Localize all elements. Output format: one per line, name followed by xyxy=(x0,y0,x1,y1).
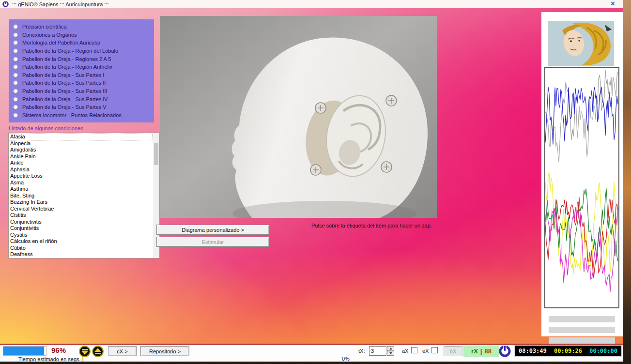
stimulate-button[interactable]: Estimular xyxy=(156,237,269,247)
countdown-time: 00:00:00 xyxy=(589,348,617,354)
main-content: Precisión científicaConexiones a Orgános… xyxy=(0,8,623,344)
topic-item-label: Pabellon de la Oreja - Sus Partes V xyxy=(22,104,107,110)
title-bar: ::: gENiO® Sapiens ::: Auriculopuntura :… xyxy=(0,0,623,8)
radio-icon xyxy=(13,64,18,69)
legend-bar xyxy=(549,316,615,322)
ear-model-photo xyxy=(160,16,437,218)
topic-item[interactable]: Pabellon de la Oreja - Sus Partes V xyxy=(13,103,154,111)
radio-icon xyxy=(13,48,18,53)
condition-item[interactable]: Deafness xyxy=(9,251,153,258)
status-percent: 0% xyxy=(342,356,350,362)
rx-value: 88 xyxy=(484,348,491,355)
tx-label: tX: xyxy=(358,348,365,354)
eject-down-icon xyxy=(82,349,88,350)
scrollbar-thumb[interactable] xyxy=(154,143,158,165)
topic-item-label: Pabellon de la Oreja - Región del Lóbulo xyxy=(22,48,118,54)
condition-item[interactable]: Cistitis xyxy=(9,212,153,219)
topic-item[interactable]: Pabellon de la Oreja - Región del Lóbulo xyxy=(13,47,154,55)
eject-up-button[interactable] xyxy=(92,346,104,357)
condition-item[interactable]: Alopecia xyxy=(9,140,153,147)
condition-item[interactable]: Amigdalitis xyxy=(9,147,153,153)
rx-label: rX xyxy=(471,348,478,355)
progress-bar xyxy=(3,346,46,356)
topic-item-label: Pabellon de la Oreja - Regiones 2 A 5 xyxy=(22,56,111,62)
condition-item[interactable]: Cúbito xyxy=(9,245,153,252)
topic-item[interactable]: Pabellon de la Oreja - Sus Partes IV xyxy=(13,95,154,103)
topic-item[interactable]: Morfología del Pabellón Auricular xyxy=(13,39,154,47)
ex-label: eX xyxy=(422,348,429,354)
topic-item-label: Sistema locomotor - Puntos Relacionados xyxy=(22,112,122,118)
waveform-chart xyxy=(544,67,619,308)
condition-item[interactable]: Asma xyxy=(9,180,153,186)
status-text: Tiempo estimado en segs. | xyxy=(18,356,84,362)
topic-item[interactable]: Sistema locomotor - Puntos Relacionados xyxy=(13,111,154,120)
waveform-blue xyxy=(545,87,618,145)
condition-item[interactable]: Conjuntivitis xyxy=(9,225,153,232)
condition-item[interactable]: Buzzing In Ears xyxy=(9,199,153,206)
topic-item-label: Pabellon de la Oreja - Sus Partes I xyxy=(22,72,104,78)
tx-input[interactable] xyxy=(369,346,386,356)
radio-icon xyxy=(13,97,18,102)
topic-item[interactable]: Pabellon de la Oreja - Sus Partes I xyxy=(13,71,154,79)
condition-item[interactable]: Bite, Sting xyxy=(9,193,153,199)
condition-item[interactable]: Cystitis xyxy=(9,232,153,239)
conditions-listbox[interactable]: AfasiaAlopeciaAmigdalitisAnkle PainAnkle… xyxy=(8,133,160,258)
topic-item[interactable]: Pabellon de la Oreja - Sus Partes III xyxy=(13,87,154,95)
info-power-icon[interactable] xyxy=(499,345,511,357)
condition-item[interactable]: Conjunctivitis xyxy=(9,219,153,226)
legend-bar xyxy=(549,327,615,333)
topics-panel: Precisión científicaConexiones a Orgános… xyxy=(9,19,154,122)
custom-diagram-button[interactable]: Diagrama personalizado > xyxy=(156,225,269,235)
cx-button[interactable]: cX > xyxy=(108,346,137,356)
topic-item-label: Pabellon de la Oreja - Sus Partes IV xyxy=(22,96,108,102)
repository-button[interactable]: Repositorio > xyxy=(140,346,189,356)
radio-icon xyxy=(13,89,18,93)
eject-down-button[interactable] xyxy=(79,346,91,357)
topic-item-label: Conexiones a Orgános xyxy=(22,32,77,38)
legend-bar xyxy=(549,337,615,344)
topic-item-label: Morfología del Pabellón Auricular xyxy=(22,40,100,46)
progress-fill xyxy=(3,347,44,355)
radio-icon xyxy=(13,80,18,85)
up-arrow-icon xyxy=(389,348,392,349)
down-arrow-icon xyxy=(389,352,392,354)
topic-item[interactable]: Conexiones a Orgános xyxy=(13,31,154,39)
window-title: ::: gENiO® Sapiens ::: Auriculopuntura :… xyxy=(12,1,108,7)
close-icon[interactable]: ✕ xyxy=(610,0,616,7)
topic-item-label: Precisión científica xyxy=(22,24,67,30)
topic-item[interactable]: Pabellon de la Oreja - Sus Partes II xyxy=(13,79,154,87)
zap-hint-text: Pulse sobre la etiqueta del ítem para ha… xyxy=(311,223,432,228)
condition-item[interactable]: Ankle xyxy=(9,160,153,167)
venus-painting xyxy=(548,21,614,66)
condition-item[interactable]: Appetite Loss xyxy=(9,173,153,180)
topic-item[interactable]: Pabellon de la Oreja - Región Anthélix xyxy=(13,63,154,71)
condition-item[interactable]: Cálculos en el riñón xyxy=(9,238,153,245)
topic-item[interactable]: Precisión científica xyxy=(13,23,154,31)
radio-icon xyxy=(13,113,18,118)
conditions-list: AfasiaAlopeciaAmigdalitisAnkle PainAnkle… xyxy=(9,134,153,258)
condition-item[interactable]: Cervical Vertebrae xyxy=(9,206,153,212)
radio-icon xyxy=(13,57,18,61)
condition-item[interactable]: Aphasia xyxy=(9,167,153,173)
conditions-label: Listado de algunas condiciones xyxy=(9,125,83,131)
tx-decrement-button[interactable] xyxy=(387,351,394,356)
bx-button[interactable]: bX xyxy=(444,346,462,356)
topic-item-label: Pabellon de la Oreja - Sus Partes II xyxy=(22,80,106,86)
condition-item[interactable]: Afasia xyxy=(9,134,153,140)
radio-icon xyxy=(13,73,18,77)
progress-percent: 96% xyxy=(51,346,66,354)
ax-label: aX xyxy=(402,348,408,354)
ax-checkbox[interactable] xyxy=(411,347,417,353)
radio-icon xyxy=(13,40,18,45)
topic-item[interactable]: Pabellon de la Oreja - Regiones 2 A 5 xyxy=(13,55,154,63)
condition-item[interactable]: Ankle Pain xyxy=(9,153,153,160)
tx-increment-button[interactable] xyxy=(387,346,394,351)
ex-checkbox[interactable] xyxy=(431,347,438,353)
app-window: ::: gENiO® Sapiens ::: Auriculopuntura :… xyxy=(0,0,623,362)
condition-item[interactable]: Asthma xyxy=(9,186,153,193)
radio-icon xyxy=(13,32,18,37)
waveform-gray xyxy=(545,70,618,162)
topic-item-label: Pabellon de la Oreja - Sus Partes III xyxy=(22,88,107,94)
app-logo-power-icon xyxy=(2,1,9,7)
tx-stepper xyxy=(369,346,394,356)
